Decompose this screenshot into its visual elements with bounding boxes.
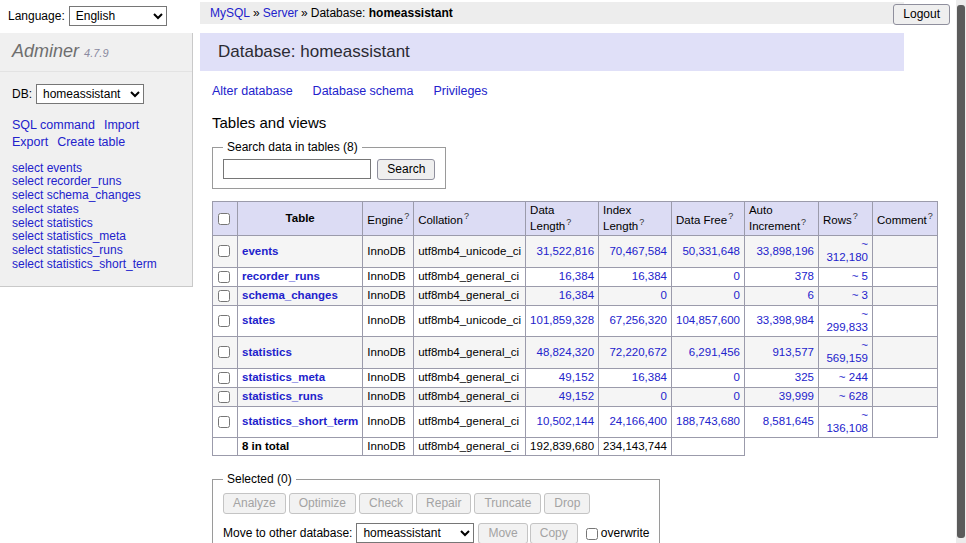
sidebar-table-link[interactable]: select statistics_short_term [12,257,157,271]
data-length-link[interactable]: 31,522,816 [536,245,594,257]
data-length-link[interactable]: 101,859,328 [530,314,594,326]
index-length-link[interactable]: 0 [661,390,667,402]
sidebar-table-link[interactable]: select statistics_runs [12,243,123,257]
sidebar-export-link[interactable]: Export [12,134,48,151]
sidebar-create-table-link[interactable]: Create table [57,134,125,151]
index-length-link[interactable]: 70,467,584 [609,245,667,257]
auto-increment-link[interactable]: 39,999 [779,390,814,402]
truncate-button[interactable]: Truncate [474,493,541,514]
help-icon[interactable]: ? [639,217,644,227]
repair-button[interactable]: Repair [416,493,471,514]
rows-approx-link[interactable]: ~ 299,833 [826,308,868,333]
index-length-link[interactable]: 72,220,672 [609,346,667,358]
row-select-checkbox[interactable] [218,391,230,403]
data-free-link[interactable]: 0 [734,289,740,301]
table-name-link[interactable]: events [242,245,278,257]
table-name-link[interactable]: statistics [242,346,292,358]
index-length-link[interactable]: 16,384 [632,270,667,282]
index-length-link[interactable]: 16,384 [632,371,667,383]
data-free-link[interactable]: 6,291,456 [689,346,740,358]
data-length-link[interactable]: 49,152 [559,390,594,402]
sidebar-table-link[interactable]: select schema_changes [12,188,141,202]
table-name-link[interactable]: statistics_short_term [242,415,358,427]
data-free-link[interactable]: 0 [734,390,740,402]
row-select-checkbox[interactable] [218,372,230,384]
scrollbar-thumb[interactable] [957,5,965,538]
breadcrumb-server-link[interactable]: Server [263,6,298,20]
rows-approx-link[interactable]: ~ 312,180 [826,238,868,263]
help-icon[interactable]: ? [464,211,469,221]
auto-increment-link[interactable]: 8,581,645 [763,415,814,427]
breadcrumb-mysql-link[interactable]: MySQL [210,6,250,20]
help-icon[interactable]: ? [853,211,858,221]
help-icon[interactable]: ? [566,217,571,227]
rows-approx-link[interactable]: ~ 628 [839,390,868,402]
data-free-link[interactable]: 0 [734,270,740,282]
data-length-link[interactable]: 16,384 [559,270,594,282]
rows-approx-link[interactable]: ~ 5 [852,270,868,282]
row-select-checkbox[interactable] [218,315,230,327]
sidebar-table-link[interactable]: select states [12,202,79,216]
drop-button[interactable]: Drop [544,493,590,514]
auto-increment-link[interactable]: 33,898,196 [756,245,814,257]
adminer-logo-link[interactable]: Adminer [12,41,79,61]
move-database-select[interactable]: homeassistant [356,523,474,543]
data-free-link[interactable]: 104,857,600 [676,314,740,326]
rows-approx-link[interactable]: ~ 244 [839,371,868,383]
privileges-link[interactable]: Privileges [433,84,487,98]
data-length-link[interactable]: 10,502,144 [536,415,594,427]
analyze-button[interactable]: Analyze [223,493,286,514]
auto-increment-link[interactable]: 913,577 [772,346,814,358]
data-free-link[interactable]: 50,331,648 [682,245,740,257]
help-icon[interactable]: ? [801,217,806,227]
row-select-checkbox[interactable] [218,346,230,358]
search-button[interactable]: Search [377,159,435,180]
sidebar-sql-command-link[interactable]: SQL command [12,117,95,134]
copy-button[interactable]: Copy [530,523,578,543]
row-select-checkbox[interactable] [218,416,230,428]
language-select[interactable]: English [69,6,167,26]
db-select[interactable]: homeassistant [36,84,144,104]
table-name-link[interactable]: recorder_runs [242,270,320,282]
sidebar-table-link[interactable]: select statistics [12,216,93,230]
rows-approx-link[interactable]: ~ 3 [852,289,868,301]
help-icon[interactable]: ? [404,211,409,221]
row-select-checkbox[interactable] [218,245,230,257]
data-free-link[interactable]: 188,743,680 [676,415,740,427]
index-length-link[interactable]: 67,256,320 [609,314,667,326]
scrollbar-track[interactable] [956,0,966,543]
rows-approx-link[interactable]: ~ 569,159 [826,339,868,364]
select-all-checkbox[interactable] [218,213,230,225]
table-name-link[interactable]: states [242,314,275,326]
database-schema-link[interactable]: Database schema [313,84,414,98]
row-select-checkbox[interactable] [218,290,230,302]
sidebar-table-link[interactable]: select recorder_runs [12,174,121,188]
move-button[interactable]: Move [478,523,527,543]
overwrite-option[interactable]: overwrite [585,526,650,540]
table-name-link[interactable]: statistics_meta [242,371,325,383]
data-length-link[interactable]: 48,824,320 [536,346,594,358]
overwrite-checkbox[interactable] [586,528,598,540]
auto-increment-link[interactable]: 6 [808,289,814,301]
help-icon[interactable]: ? [928,211,933,221]
data-length-link[interactable]: 16,384 [559,289,594,301]
sidebar-table-link[interactable]: select events [12,161,82,175]
help-icon[interactable]: ? [728,211,733,221]
auto-increment-link[interactable]: 378 [795,270,814,282]
table-name-link[interactable]: statistics_runs [242,390,323,402]
alter-database-link[interactable]: Alter database [212,84,293,98]
sidebar-import-link[interactable]: Import [104,117,139,134]
index-length-link[interactable]: 0 [661,289,667,301]
logout-button[interactable]: Logout [893,4,950,25]
data-length-link[interactable]: 49,152 [559,371,594,383]
auto-increment-link[interactable]: 33,398,984 [756,314,814,326]
sidebar-table-link[interactable]: select statistics_meta [12,229,126,243]
check-button[interactable]: Check [359,493,413,514]
data-free-link[interactable]: 0 [734,371,740,383]
auto-increment-link[interactable]: 325 [795,371,814,383]
row-select-checkbox[interactable] [218,271,230,283]
index-length-link[interactable]: 24,166,400 [609,415,667,427]
optimize-button[interactable]: Optimize [289,493,356,514]
rows-approx-link[interactable]: ~ 136,108 [826,409,868,434]
table-name-link[interactable]: schema_changes [242,289,338,301]
